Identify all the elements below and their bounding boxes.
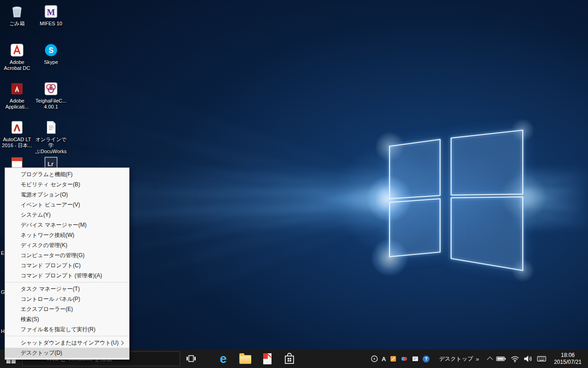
pinned-apps: e [212, 350, 300, 368]
skype-icon: S [43, 42, 59, 58]
menu-item-command-prompt-admin[interactable]: コマンド プロンプト (管理者)(A) [5, 270, 129, 281]
svg-text:S: S [49, 46, 54, 54]
menu-item-search[interactable]: 検索(S) [5, 314, 129, 324]
store-button[interactable] [278, 350, 300, 368]
svg-text:Lr: Lr [47, 161, 53, 167]
menu-item-label: ファイル名を指定して実行(R) [21, 326, 96, 333]
desktop-icon-label: AutoCAD LT 2016 - 日本... [0, 137, 34, 149]
desktop-toolbar-label: デスクトップ [439, 355, 473, 363]
menu-item-file-explorer[interactable]: エクスプローラー(E) [5, 304, 129, 314]
tray-app-icon-1[interactable] [390, 355, 397, 362]
menu-item-label: ディスクの管理(K) [21, 242, 67, 248]
tray-app-icon-3[interactable] [412, 355, 419, 362]
desktop-icon-label: Adobe Applicati... [0, 98, 34, 110]
menu-item-label: 検索(S) [21, 316, 39, 322]
toolbar-expand-chevrons[interactable]: » [476, 356, 479, 362]
desktop-icon-mifes-10[interactable]: MMIFES 10 [34, 4, 68, 27]
desktop-icon-label: TeighaFileC... 4.00.1 [34, 98, 68, 110]
menu-item-event-viewer[interactable]: イベント ビューアー(V) [5, 200, 129, 210]
keyboard-icon[interactable] [537, 356, 546, 362]
menu-item-label: プログラムと機能(F) [21, 171, 73, 178]
desktop-icon-label: Adobe Acrobat DC [0, 59, 34, 71]
recycle-bin-icon [9, 4, 25, 19]
menu-item-label: 電源オプション(O) [21, 191, 68, 198]
desktop-icon-teigha-file-converter[interactable]: TeighaFileC... 4.00.1 [34, 81, 68, 110]
menu-item-label: コマンド プロンプト (管理者)(A) [21, 272, 102, 279]
document-app-icon [262, 353, 273, 365]
desktop-icon-recycle-bin[interactable]: ごみ箱 [0, 4, 34, 27]
menu-item-power-options[interactable]: 電源オプション(O) [5, 190, 129, 200]
menu-item-label: エクスプローラー(E) [21, 306, 73, 312]
menu-item-label: システム(Y) [21, 212, 51, 218]
mifes-10-icon: M [43, 4, 59, 19]
menu-item-label: タスク マネージャー(T) [21, 286, 80, 292]
menu-item-label: デスクトップ(D) [21, 350, 62, 356]
desktop-icon-autocad-lt-2016[interactable]: AutoCAD LT 2016 - 日本... [0, 120, 34, 149]
menu-item-label: デバイス マネージャー(M) [21, 222, 87, 228]
desktop-icon-label: MIFES 10 [34, 21, 68, 27]
menu-item-desktop[interactable]: デスクトップ(D) [5, 348, 129, 358]
desktop-icon-label: Skype [34, 59, 68, 65]
desktop-icon-skype[interactable]: SSkype [34, 42, 68, 65]
edge-icon: e [217, 352, 230, 366]
menu-item-task-manager[interactable]: タスク マネージャー(T) [5, 284, 129, 294]
clock-time: 18:06 [554, 352, 582, 359]
tray-status-icon[interactable] [371, 355, 378, 362]
desktop-screen: ごみ箱MMIFES 10Adobe Acrobat DCSSkypeAdobe … [0, 0, 588, 368]
folder-icon [239, 355, 251, 364]
desktop-icon-adobe-acrobat-dc[interactable]: Adobe Acrobat DC [0, 42, 34, 71]
help-icon[interactable]: ? [423, 356, 430, 362]
volume-icon[interactable] [524, 355, 533, 362]
desktop-toolbar[interactable]: デスクトップ » [439, 355, 479, 363]
edge-button[interactable]: e [212, 350, 234, 368]
menu-item-label: シャットダウンまたはサインアウト(U) [21, 339, 119, 346]
desktop-icon-docuworks-online[interactable]: オンラインで学 ぶDocuWorks [34, 120, 68, 155]
menu-item-network-connections[interactable]: ネットワーク接続(W) [5, 230, 129, 240]
task-view-button[interactable] [180, 350, 202, 368]
partial-icon-label: H [1, 328, 5, 334]
menu-item-programs-and-features[interactable]: プログラムと機能(F) [5, 169, 129, 179]
store-bag-icon [284, 353, 294, 365]
docuworks-online-icon [43, 120, 59, 135]
tray-app-icon-2[interactable] [401, 355, 408, 362]
submenu-chevron-icon [119, 341, 124, 345]
menu-item-label: コンピューターの管理(G) [21, 252, 85, 259]
system-tray-area: A ? デスクトップ » 18:06 2015/07/21 [371, 352, 588, 366]
menu-item-device-manager[interactable]: デバイス マネージャー(M) [5, 220, 129, 230]
menu-item-run[interactable]: ファイル名を指定して実行(R) [5, 324, 129, 334]
svg-text:e: e [220, 352, 226, 366]
menu-item-mobility-center[interactable]: モビリティ センター(B) [5, 179, 129, 190]
menu-item-command-prompt[interactable]: コマンド プロンプト(C) [5, 260, 129, 270]
wifi-icon[interactable] [510, 356, 520, 362]
menu-separator [6, 336, 128, 336]
menu-item-label: コントロール パネル(P) [21, 296, 80, 302]
menu-item-shutdown-or-signout[interactable]: シャットダウンまたはサインアウト(U) [5, 338, 129, 348]
svg-text:M: M [47, 7, 55, 17]
menu-item-control-panel[interactable]: コントロール パネル(P) [5, 294, 129, 304]
battery-icon[interactable] [496, 356, 506, 362]
taskbar-clock[interactable]: 18:06 2015/07/21 [550, 352, 585, 366]
menu-separator [6, 282, 128, 282]
adobe-application-manager-icon [9, 81, 25, 97]
task-view-icon [186, 355, 196, 363]
menu-item-label: イベント ビューアー(V) [21, 201, 80, 208]
file-explorer-button[interactable] [234, 350, 256, 368]
desktop-icon-label: オンラインで学 ぶDocuWorks [34, 137, 68, 155]
menu-item-label: コマンド プロンプト(C) [21, 262, 81, 269]
autocad-lt-2016-icon [9, 120, 25, 135]
document-app-button[interactable] [256, 350, 278, 368]
clock-date: 2015/07/21 [554, 359, 582, 366]
menu-item-system[interactable]: システム(Y) [5, 210, 129, 220]
hidden-icons-chevron[interactable] [487, 356, 493, 362]
menu-item-computer-management[interactable]: コンピューターの管理(G) [5, 250, 129, 260]
partial-icon-label: E [1, 250, 4, 256]
ime-mode-icon[interactable]: A [382, 356, 386, 362]
menu-item-label: ネットワーク接続(W) [21, 232, 74, 238]
teigha-file-converter-icon [43, 81, 59, 97]
winx-context-menu: プログラムと機能(F)モビリティ センター(B)電源オプション(O)イベント ビ… [5, 167, 130, 360]
windows-logo-wallpaper [363, 115, 556, 285]
notification-tray: A ? [371, 355, 430, 362]
desktop-icon-adobe-application-manager[interactable]: Adobe Applicati... [0, 81, 34, 110]
menu-item-disk-management[interactable]: ディスクの管理(K) [5, 240, 129, 250]
desktop-icon-label: ごみ箱 [0, 21, 34, 27]
